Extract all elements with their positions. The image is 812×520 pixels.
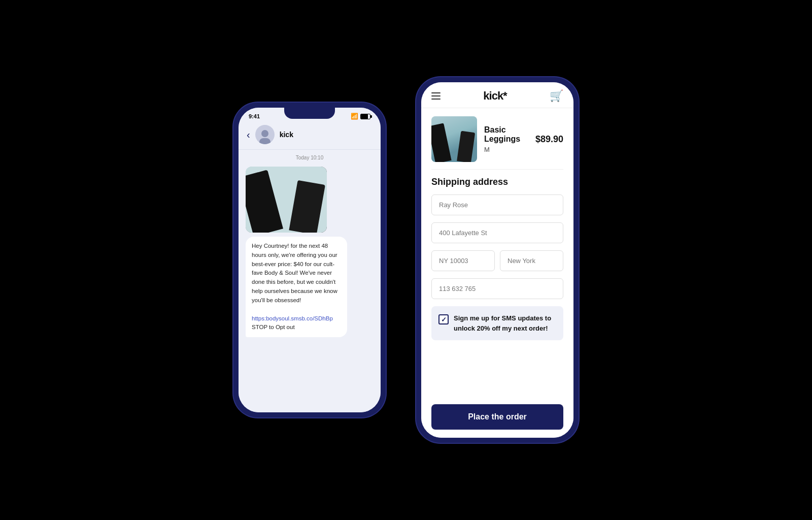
chat-timestamp: Today 10:10: [246, 155, 374, 160]
shipping-title: Shipping address: [431, 177, 563, 187]
product-size: M: [484, 146, 528, 153]
phone-left: 9:41 📶 ‹ kick: [233, 103, 386, 417]
product-row: Basic Leggings M $89.90: [431, 116, 563, 170]
scene: 9:41 📶 ‹ kick: [0, 0, 812, 520]
chat-link[interactable]: https:bodysoul.smsb.co/SDhBp: [252, 315, 333, 321]
leggings-visual: [246, 167, 327, 233]
address-input[interactable]: [431, 222, 563, 243]
product-price: $89.90: [535, 134, 563, 145]
city-zip-row: [431, 250, 563, 271]
hamburger-line-2: [431, 95, 441, 96]
sms-optin-label: Sign me up for SMS updates to unlock 20%…: [454, 313, 556, 333]
phone-input[interactable]: [431, 278, 563, 299]
city-input[interactable]: [500, 250, 563, 271]
chat-header: ‹ kick: [239, 122, 381, 150]
time-display: 9:41: [249, 113, 260, 119]
avatar: [255, 125, 275, 144]
chat-product-image: [246, 167, 327, 233]
product-image: [431, 116, 477, 162]
app-header: kick* 🛒: [421, 82, 573, 108]
notch: [284, 108, 335, 119]
app-logo: kick*: [483, 89, 506, 103]
opt-out-label: STOP to Opt out: [252, 324, 295, 330]
wifi-icon: 📶: [351, 113, 358, 120]
sms-optin-container: ✓ Sign me up for SMS updates to unlock 2…: [431, 306, 563, 340]
phone-right: kick* 🛒 Basic Leggings M $89.90: [416, 77, 579, 443]
back-button[interactable]: ‹: [247, 129, 250, 141]
sms-optin-checkbox[interactable]: ✓: [438, 314, 449, 324]
name-input[interactable]: [431, 194, 563, 215]
product-info: Basic Leggings M: [484, 125, 528, 153]
status-icons: 📶: [351, 113, 370, 120]
hamburger-line-1: [431, 92, 441, 93]
contact-name: kick: [280, 131, 293, 139]
hamburger-line-3: [431, 99, 441, 100]
cart-icon[interactable]: 🛒: [550, 89, 563, 103]
chat-bubble: Hey Courtney! for the next 48 hours only…: [246, 237, 347, 337]
chat-message: Hey Courtney! for the next 48 hours only…: [252, 243, 337, 303]
battery-icon: [360, 114, 370, 119]
zip-input[interactable]: [431, 250, 495, 271]
hamburger-menu-button[interactable]: [431, 92, 441, 100]
app-content: Basic Leggings M $89.90 Shipping address: [421, 108, 573, 438]
place-order-button[interactable]: Place the order: [431, 404, 563, 430]
product-name: Basic Leggings: [484, 125, 528, 144]
checkmark-icon: ✓: [441, 316, 447, 323]
chat-body: Today 10:10 Hey Courtney! for the next 4…: [239, 150, 381, 412]
product-thumbnail: [431, 116, 477, 162]
